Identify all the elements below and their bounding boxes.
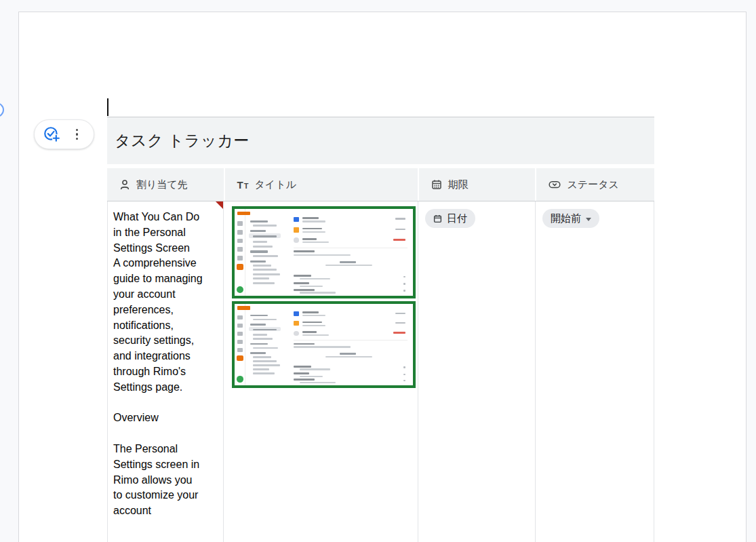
calendar-icon xyxy=(431,179,442,190)
status-chip[interactable]: 開始前 xyxy=(542,209,599,228)
paragraph: Overview xyxy=(113,410,203,426)
add-task-button[interactable] xyxy=(42,125,61,144)
column-header-status[interactable]: ステータス xyxy=(536,168,654,201)
assignee-text[interactable]: What You Can Do in the Personal Settings… xyxy=(108,201,208,519)
block-toolbar xyxy=(34,119,94,149)
column-label: ステータス xyxy=(567,178,618,191)
paragraph xyxy=(113,395,203,411)
column-label: タイトル xyxy=(254,178,296,191)
task-tracker-table: タスク トラッカー 割り当て先 TT タイトル xyxy=(107,117,654,542)
dropdown-arrow-icon xyxy=(586,218,591,221)
text-cursor-caret xyxy=(107,98,108,116)
title-format-icon: TT xyxy=(237,179,249,191)
cell-status[interactable]: 開始前 xyxy=(536,201,654,542)
date-chip[interactable]: 日付 xyxy=(425,209,475,228)
table-header-row: 割り当て先 TT タイトル 期限 ステータス xyxy=(107,168,654,201)
settings-screenshot-preview xyxy=(235,304,413,385)
paragraph: A comprehensive guide to managing your a… xyxy=(113,256,203,395)
presence-indicator xyxy=(0,102,4,117)
more-options-button[interactable] xyxy=(68,125,87,144)
column-label: 割り当て先 xyxy=(136,178,188,191)
cell-title[interactable] xyxy=(224,201,418,542)
date-chip-label: 日付 xyxy=(447,212,467,225)
column-label: 期限 xyxy=(448,178,469,191)
calendar-icon xyxy=(433,214,442,223)
column-header-assignee[interactable]: 割り当て先 xyxy=(107,168,224,201)
cell-assignee[interactable]: What You Can Do in the Personal Settings… xyxy=(107,201,224,542)
status-oval-icon xyxy=(549,179,561,190)
cell-due[interactable]: 日付 xyxy=(418,201,536,542)
kebab-menu-icon xyxy=(76,129,79,140)
table-title-bar[interactable]: タスク トラッカー xyxy=(107,117,654,164)
attachment-thumbnail-1[interactable] xyxy=(232,206,416,298)
paragraph: What You Can Do in the Personal Settings… xyxy=(113,210,203,256)
google-docs-canvas: { "page": { "background_color": "#f8f9fb… xyxy=(0,0,756,542)
table-title: タスク トラッカー xyxy=(115,130,250,151)
settings-screenshot-preview xyxy=(235,209,413,296)
table-data-row: What You Can Do in the Personal Settings… xyxy=(107,201,654,542)
check-circle-plus-icon xyxy=(43,125,60,143)
status-chip-label: 開始前 xyxy=(551,212,581,225)
paragraph xyxy=(113,426,203,442)
comment-marker-icon[interactable] xyxy=(216,201,223,209)
attachment-thumbnail-2[interactable] xyxy=(232,301,416,388)
paragraph: The Personal Settings screen in Rimo all… xyxy=(113,442,203,519)
column-header-due[interactable]: 期限 xyxy=(419,168,536,201)
column-header-title[interactable]: TT タイトル xyxy=(225,168,418,201)
person-icon xyxy=(119,179,130,190)
title-attachments xyxy=(224,201,418,388)
